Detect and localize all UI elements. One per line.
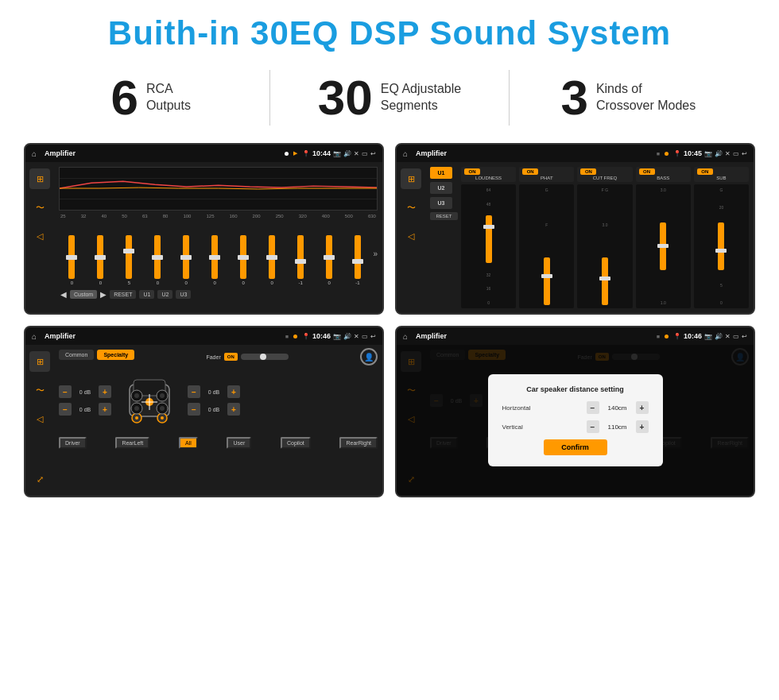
vertical-minus[interactable]: − bbox=[587, 420, 599, 433]
db-fl-plus[interactable]: + bbox=[99, 385, 111, 398]
sub-toggle[interactable]: ON bbox=[697, 168, 713, 175]
tab-specialty[interactable]: Specialty bbox=[97, 350, 134, 360]
btn-all[interactable]: All bbox=[179, 437, 198, 449]
confirm-button[interactable]: Confirm bbox=[544, 439, 607, 455]
btn-driver[interactable]: Driver bbox=[59, 437, 87, 449]
bass-toggle[interactable]: ON bbox=[639, 168, 655, 175]
speaker-icon[interactable]: ◁ bbox=[29, 226, 50, 246]
eq-screen: ⌂ Amplifier ▶ 📍 10:44 📷 🔊 ✕ ▭ ↩ ⊞ 〜 ◁ bbox=[24, 143, 384, 315]
status-icons-xover: 📍 10:45 📷 🔊 ✕ ▭ ↩ bbox=[673, 149, 747, 157]
db-rl-plus[interactable]: + bbox=[99, 403, 111, 416]
status-icons-fdialog: 📍 10:46 📷 🔊 ✕ ▭ ↩ bbox=[673, 332, 747, 340]
stat-crossover: 3 Kinds ofCrossover Modes bbox=[525, 73, 731, 122]
btn-rearleft[interactable]: RearLeft bbox=[115, 437, 149, 449]
db-fr: − 0 dB + bbox=[188, 385, 240, 398]
fader-on-btn[interactable]: ON bbox=[224, 353, 238, 361]
db-rr-minus[interactable]: − bbox=[188, 403, 200, 416]
home-icon-fdialog[interactable]: ⌂ bbox=[403, 332, 408, 341]
home-icon-xover[interactable]: ⌂ bbox=[403, 149, 408, 158]
svg-point-17 bbox=[160, 406, 165, 411]
vertical-control: − 110cm + bbox=[587, 420, 649, 433]
u2-btn-eq[interactable]: U2 bbox=[157, 290, 172, 299]
fader-avatar[interactable]: 👤 bbox=[360, 348, 378, 365]
eq-expand[interactable]: » bbox=[373, 249, 378, 258]
db-fr-plus[interactable]: + bbox=[227, 385, 240, 398]
db-fl: − 0 dB + bbox=[59, 385, 111, 398]
stat-number-eq: 30 bbox=[318, 73, 373, 122]
fader-bottom-btns: Driver RearLeft All User Copilot RearRig… bbox=[59, 437, 378, 449]
db-rr-plus[interactable]: + bbox=[227, 403, 240, 416]
tab-common[interactable]: Common bbox=[59, 350, 94, 360]
fader-eq-icon[interactable]: ⊞ bbox=[29, 351, 50, 372]
db-fl-minus[interactable]: − bbox=[59, 385, 72, 398]
horizontal-minus[interactable]: − bbox=[587, 401, 599, 414]
sub-label: SUB bbox=[697, 176, 746, 180]
dialog-overlay: Car speaker distance setting Horizontal … bbox=[397, 345, 754, 496]
fader-slider[interactable] bbox=[241, 354, 289, 360]
vertical-plus[interactable]: + bbox=[636, 420, 649, 433]
fader-speaker-icon[interactable]: ◁ bbox=[29, 408, 50, 429]
next-icon[interactable]: ▶ bbox=[100, 290, 107, 299]
loudness-label: LOUDNESS bbox=[464, 176, 513, 180]
wave-icon[interactable]: 〜 bbox=[29, 197, 50, 218]
play-icon: ▶ bbox=[293, 150, 297, 157]
horizontal-plus[interactable]: + bbox=[636, 401, 649, 414]
xover-preset-u2[interactable]: U2 bbox=[430, 182, 452, 194]
db-fr-minus[interactable]: − bbox=[188, 385, 200, 398]
sub-slider-area: G 20 5 0 bbox=[694, 184, 749, 308]
db-rl-minus[interactable]: − bbox=[59, 403, 72, 416]
fdialog-content-wrap: ⊞ 〜 ◁ ⤢ Common Specialty Fader ON bbox=[397, 345, 754, 496]
loudness-toggle[interactable]: ON bbox=[464, 168, 480, 175]
close-icon-fdialog: ✕ bbox=[725, 333, 731, 340]
status-time-fader: 10:46 bbox=[312, 332, 331, 340]
xover-preset-u1[interactable]: U1 bbox=[430, 167, 452, 179]
eq-slider-0: 0 bbox=[59, 235, 85, 285]
home-icon[interactable]: ⌂ bbox=[32, 149, 37, 158]
location-icon-fdialog: 📍 bbox=[673, 333, 681, 340]
page-title: Buith-in 30EQ DSP Sound System bbox=[16, 14, 763, 52]
preset-custom[interactable]: Custom bbox=[70, 290, 97, 299]
db-rl: − 0 dB + bbox=[59, 403, 111, 416]
loudness-slider-area: 64 48 32 16 0 bbox=[461, 184, 516, 308]
stat-rca: 6 RCAOutputs bbox=[48, 73, 254, 122]
fader-wave-icon[interactable]: 〜 bbox=[29, 380, 50, 400]
svg-point-9 bbox=[161, 416, 164, 420]
back-icon-fader[interactable]: ↩ bbox=[370, 333, 376, 340]
u1-btn-eq[interactable]: U1 bbox=[139, 290, 154, 299]
back-icon-xover[interactable]: ↩ bbox=[742, 150, 747, 157]
fader-content-wrap: ⊞ 〜 ◁ ⤢ Common Specialty Fader ON bbox=[25, 345, 382, 496]
xover-preset-u3[interactable]: U3 bbox=[430, 197, 452, 209]
status-icons-fader: 📍 10:46 📷 🔊 ✕ ▭ ↩ bbox=[302, 332, 376, 340]
btn-copilot[interactable]: Copilot bbox=[281, 437, 311, 449]
cutfreq-label: CUT FREQ bbox=[580, 176, 629, 180]
cutfreq-toggle[interactable]: ON bbox=[580, 168, 596, 175]
car-icon bbox=[118, 369, 181, 432]
btn-user[interactable]: User bbox=[227, 437, 251, 449]
eq-main: 253240506380 100125160200250320 40050063… bbox=[54, 162, 382, 313]
fader-main: Common Specialty Fader ON 👤 bbox=[54, 345, 382, 496]
camera-icon: 📷 bbox=[333, 150, 341, 157]
status-time-eq: 10:44 bbox=[312, 149, 331, 157]
btn-rearright[interactable]: RearRight bbox=[339, 437, 378, 449]
phat-toggle[interactable]: ON bbox=[522, 168, 538, 175]
xover-reset[interactable]: RESET bbox=[430, 212, 458, 220]
xover-eq-icon[interactable]: ⊞ bbox=[401, 168, 421, 189]
crossover-screen: ⌂ Amplifier ■ 📍 10:45 📷 🔊 ✕ ▭ ↩ ⊞ 〜 ◁ bbox=[395, 143, 755, 315]
xover-wave-icon[interactable]: 〜 bbox=[401, 197, 421, 218]
u3-btn-eq[interactable]: U3 bbox=[176, 290, 191, 299]
channel-cutfreq: ON CUT FREQ F G 3.0 bbox=[577, 167, 632, 308]
db-fl-value: 0 dB bbox=[74, 389, 96, 395]
xover-presets: U1 U2 U3 RESET bbox=[430, 167, 458, 308]
back-icon-fdialog[interactable]: ↩ bbox=[742, 333, 747, 340]
record-icon-xover: ■ bbox=[657, 151, 660, 157]
home-icon-fader[interactable]: ⌂ bbox=[32, 332, 37, 341]
db-rr-value: 0 dB bbox=[203, 407, 225, 412]
prev-icon[interactable]: ◀ bbox=[60, 290, 67, 299]
xover-speaker-icon[interactable]: ◁ bbox=[401, 226, 421, 246]
eq-icon[interactable]: ⊞ bbox=[29, 168, 50, 189]
stat-divider-2 bbox=[509, 70, 510, 126]
reset-btn-eq[interactable]: RESET bbox=[110, 290, 136, 299]
back-icon-eq[interactable]: ↩ bbox=[370, 150, 376, 157]
fader-expand-icon[interactable]: ⤢ bbox=[29, 469, 50, 489]
fader-label: Fader bbox=[206, 354, 220, 360]
